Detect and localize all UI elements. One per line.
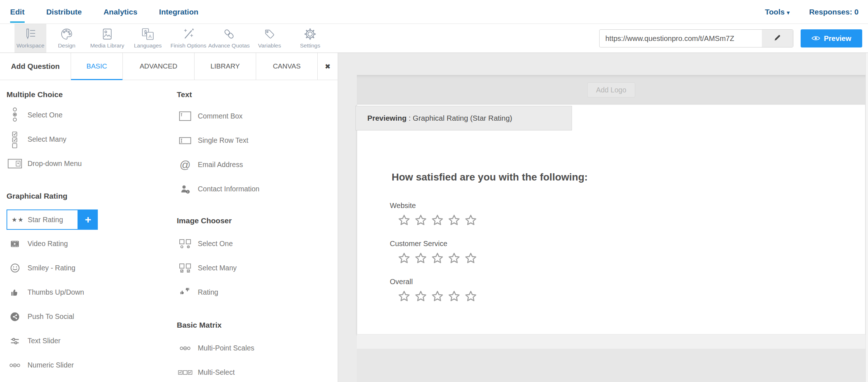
previewing-badge-value: Graphical Rating (Star Rating) xyxy=(413,114,512,122)
question-type-select-one[interactable]: Select One xyxy=(7,103,62,127)
star-icon[interactable] xyxy=(431,252,444,265)
question-type-smiley-rating[interactable]: Smiley - Rating xyxy=(7,256,75,280)
questionpro-survey-editor: Edit Distribute Analytics Integration To… xyxy=(0,0,868,382)
tab-advanced[interactable]: ADVANCED xyxy=(123,53,195,80)
add-star-rating-button[interactable]: + xyxy=(78,209,98,230)
star-icon[interactable] xyxy=(431,290,444,303)
question-type-image-select-one[interactable]: Select One xyxy=(177,232,233,256)
toolbar-item-media-library[interactable]: Media Library xyxy=(87,24,128,53)
close-panel-button[interactable]: ✖ xyxy=(318,53,338,80)
star-icon[interactable] xyxy=(431,213,444,227)
question-type-numeric-slider[interactable]: Numeric Slider xyxy=(7,353,74,377)
question-type-select-many[interactable]: Select Many xyxy=(7,127,66,151)
tab-basic[interactable]: BASIC xyxy=(71,53,123,80)
star-icon[interactable] xyxy=(414,290,427,303)
nav-item-analytics[interactable]: Analytics xyxy=(104,0,137,24)
star-rating-control[interactable] xyxy=(397,213,477,227)
edit-url-button[interactable] xyxy=(762,30,793,47)
top-navbar: Edit Distribute Analytics Integration To… xyxy=(0,0,868,24)
toolbar-item-variables[interactable]: Variables xyxy=(249,24,290,53)
tools-menu[interactable]: Tools▾ xyxy=(765,8,789,16)
nav-item-distribute[interactable]: Distribute xyxy=(46,0,82,24)
close-icon: ✖ xyxy=(325,62,331,71)
star-icon[interactable] xyxy=(397,290,411,303)
question-type-push-to-social[interactable]: Push To Social xyxy=(7,304,74,329)
question-type-label: Select One xyxy=(28,111,62,119)
question-type-multi-point-scales[interactable]: Multi-Point Scales xyxy=(177,336,254,360)
scrollbar-track[interactable] xyxy=(865,53,868,382)
question-type-image-select-many[interactable]: Select Many xyxy=(177,256,237,280)
single-row-text-icon xyxy=(177,137,193,144)
tab-library[interactable]: LIBRARY xyxy=(195,53,256,80)
star-rating-control[interactable] xyxy=(397,252,477,265)
star-icon[interactable] xyxy=(414,213,427,227)
nav-item-edit[interactable]: Edit xyxy=(10,0,25,24)
star-icon[interactable] xyxy=(397,213,411,227)
star-icon[interactable] xyxy=(464,290,477,303)
question-type-label: Star Rating xyxy=(28,216,63,224)
star-icon[interactable] xyxy=(447,290,461,303)
matrix-radio-icon xyxy=(177,344,193,353)
question-type-image-rating[interactable]: Rating xyxy=(177,280,218,304)
tag-icon xyxy=(263,28,276,41)
toolbar-item-languages[interactable]: A Languages xyxy=(128,24,168,53)
survey-url-input[interactable]: https://www.questionpro.com/t/AMSm7Z xyxy=(600,30,762,47)
image-icon xyxy=(101,28,114,41)
section-header-graphical-rating: Graphical Rating xyxy=(7,192,67,200)
toolbar-item-advance-quotas[interactable]: Advance Quotas xyxy=(209,24,249,53)
survey-preview-area: Add Logo Previewing : Graphical Rating (… xyxy=(338,53,868,382)
question-type-star-rating[interactable]: ★★ Star Rating xyxy=(7,209,78,230)
question-type-video-rating[interactable]: Video Rating xyxy=(7,232,68,256)
add-question-panel: Add Question BASIC ADVANCED LIBRARY CANV… xyxy=(0,53,338,382)
add-logo-button[interactable]: Add Logo xyxy=(587,82,635,97)
question-type-dropdown-menu[interactable]: Drop-down Menu xyxy=(7,151,82,176)
toolbar-items: Workspace Design Media Library A Languag… xyxy=(14,24,330,53)
gear-icon xyxy=(304,28,317,41)
chain-links-icon xyxy=(222,28,235,41)
nav-right: Tools▾ Responses: 0 xyxy=(765,0,859,24)
toolbar-item-design[interactable]: Design xyxy=(46,24,87,53)
toolbar-item-workspace[interactable]: Workspace xyxy=(14,24,46,53)
toolbar-item-finish-options[interactable]: Finish Options xyxy=(168,24,209,53)
question-type-label: Multi-Point Scales xyxy=(198,344,254,352)
question-type-comment-box[interactable]: Comment Box xyxy=(177,104,243,128)
question-type-label: Numeric Slider xyxy=(28,361,74,369)
question-type-single-row-text[interactable]: Single Row Text xyxy=(177,128,248,153)
survey-url-box: https://www.questionpro.com/t/AMSm7Z xyxy=(599,29,793,47)
question-type-label: Video Rating xyxy=(28,240,68,248)
question-type-label: Text Slider xyxy=(28,337,60,345)
toolbar-item-settings[interactable]: Settings xyxy=(290,24,330,53)
nav-item-integration[interactable]: Integration xyxy=(159,0,199,24)
star-rating-control[interactable] xyxy=(397,290,477,303)
star-icon[interactable] xyxy=(447,252,461,265)
question-type-multi-select[interactable]: Multi-Select xyxy=(177,360,235,382)
nav-menu: Edit Distribute Analytics Integration xyxy=(10,0,199,24)
survey-header-bar: Add Logo xyxy=(357,75,865,104)
chevron-down-icon: ▾ xyxy=(787,9,790,16)
star-icon[interactable] xyxy=(464,213,477,227)
question-type-label: Drop-down Menu xyxy=(28,159,82,168)
question-type-label: Rating xyxy=(198,288,218,296)
star-icon[interactable] xyxy=(447,213,461,227)
rating-row-label: Overall xyxy=(390,278,477,286)
preview-button[interactable]: Preview xyxy=(801,29,862,47)
toolbar-item-label: Settings xyxy=(300,42,320,49)
question-title: How satisfied are you with the following… xyxy=(392,171,588,183)
responses-count[interactable]: Responses: 0 xyxy=(809,8,859,16)
rating-row-label: Customer Service xyxy=(390,240,477,248)
question-types-column-2: Text Comment Box Single Row Text @ Email… xyxy=(170,80,338,382)
tab-canvas[interactable]: CANVAS xyxy=(256,53,318,80)
question-type-contact-information[interactable]: Contact Information xyxy=(177,177,259,201)
star-icon[interactable] xyxy=(464,252,477,265)
question-type-thumbs-up-down[interactable]: Thumbs Up/Down xyxy=(7,280,84,304)
workspace-icon xyxy=(24,28,37,41)
question-type-email-address[interactable]: @ Email Address xyxy=(177,153,243,177)
question-type-label: Single Row Text xyxy=(198,136,248,145)
star-icon[interactable] xyxy=(414,252,427,265)
sliders-icon xyxy=(7,336,23,346)
question-type-text-slider[interactable]: Text Slider xyxy=(7,329,60,353)
section-header-multiple-choice: Multiple Choice xyxy=(7,90,63,99)
question-type-label: Email Address xyxy=(198,161,243,169)
star-icon[interactable] xyxy=(397,252,411,265)
palette-icon xyxy=(60,28,73,41)
